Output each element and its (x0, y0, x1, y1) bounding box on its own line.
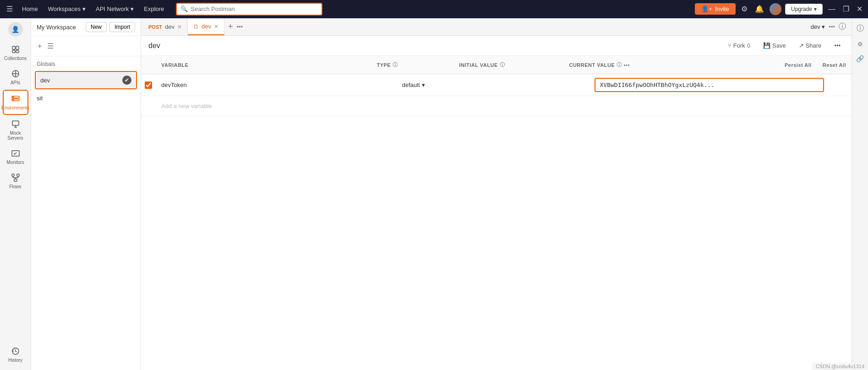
import-button[interactable]: Import (109, 22, 135, 32)
search-input[interactable] (191, 5, 318, 12)
right-icon-info[interactable]: ⓘ (855, 22, 866, 35)
invite-icon: 👤+ (701, 5, 712, 12)
row-reset-cell (841, 82, 852, 89)
notification-icon[interactable]: 🔔 (753, 4, 766, 14)
sidebar-item-mock-servers[interactable]: Mock Servers (3, 116, 28, 144)
env-panel: My Workspace New Import + ☰ Globals dev … (31, 18, 141, 370)
tab-post-dev[interactable]: POST dev ✕ (143, 18, 188, 35)
sidebar-item-environments[interactable]: Environments (3, 90, 28, 115)
close-button[interactable]: ✕ (855, 4, 864, 14)
apis-label: APIs (11, 80, 20, 85)
sidebar-item-collections[interactable]: Collections (3, 41, 28, 65)
tab-more-button[interactable]: ••• (236, 23, 243, 30)
right-icon-connect[interactable]: 🔗 (854, 53, 866, 64)
nav-home[interactable]: Home (17, 4, 43, 14)
history-label: History (8, 358, 22, 363)
environments-icon (11, 94, 20, 103)
filter-button[interactable]: ☰ (46, 41, 55, 51)
svg-rect-12 (17, 174, 19, 176)
env-panel-header: + ☰ (31, 36, 141, 56)
info-icon[interactable]: ⓘ (839, 22, 846, 32)
tab-dev[interactable]: 🗋 dev ✕ (188, 18, 224, 35)
row-persist-cell (830, 82, 841, 89)
col-persist[interactable]: Persist All (779, 60, 817, 70)
svg-rect-11 (12, 174, 14, 176)
row-type-cell[interactable]: default ▾ (397, 78, 479, 92)
invite-button[interactable]: 👤+ Invite (695, 3, 736, 15)
sidebar-item-monitors[interactable]: Monitors (3, 145, 28, 169)
collections-label: Collections (4, 56, 27, 61)
svg-rect-1 (16, 46, 19, 49)
menu-icon[interactable]: ☰ (4, 3, 16, 15)
env-item-dev-wrapper: dev ✔ (35, 71, 137, 89)
user-avatar[interactable]: 👤 (8, 22, 23, 37)
env-item-sit[interactable]: sit (31, 91, 141, 105)
col-reset[interactable]: Reset All (817, 60, 852, 70)
add-env-button[interactable]: + (37, 41, 43, 51)
row-initial-cell[interactable] (479, 82, 589, 89)
current-value-box[interactable]: XVBwDII66fpwOOhHTBhOYgxLzUQ4k... (595, 78, 824, 92)
avatar[interactable] (770, 3, 781, 15)
add-tab-button[interactable]: + (224, 22, 237, 32)
topbar: ☰ Home Workspaces ▾ API Network ▾ Explor… (0, 0, 868, 18)
sidebar-item-apis[interactable]: APIs (3, 65, 28, 89)
row-checkbox-cell[interactable] (141, 82, 156, 89)
tab-bar-more[interactable]: ••• (829, 23, 835, 30)
flows-icon (11, 173, 20, 182)
settings-icon[interactable]: ⚙ (739, 4, 749, 14)
topbar-nav: Home Workspaces ▾ API Network ▾ Explore (17, 4, 169, 14)
svg-rect-9 (12, 121, 19, 125)
share-button[interactable]: ↗ Share (795, 40, 825, 51)
right-icon-cookies[interactable]: ⚙ (856, 39, 865, 49)
workspace-header: My Workspace New Import (31, 18, 141, 36)
add-variable-row[interactable]: Add a new variable (141, 96, 852, 116)
save-button[interactable]: 💾 Save (759, 40, 790, 51)
sidebar-item-flows[interactable]: Flows (3, 169, 28, 193)
footer: CSDN @codu4u1314 (812, 363, 868, 370)
new-button[interactable]: New (86, 22, 107, 32)
env-actions: ⑂ Fork 0 💾 Save ↗ Share ••• (724, 40, 844, 51)
row-checkbox[interactable] (145, 82, 152, 89)
svg-rect-3 (16, 50, 19, 53)
nav-api-network[interactable]: API Network ▾ (91, 4, 138, 14)
add-checkbox-cell (141, 103, 156, 110)
tab-method-label: POST (148, 24, 162, 30)
right-icons: ⓘ ⚙ 🔗 (852, 18, 868, 370)
main-layout: 👤 Collections APIs (0, 18, 868, 370)
row-variable-cell[interactable]: devToken (156, 78, 397, 92)
nav-explore[interactable]: Explore (139, 4, 169, 14)
svg-rect-13 (14, 179, 17, 181)
table-row: devToken default ▾ XVBwDII66fpwOOhHTBhOY… (141, 74, 852, 96)
row-current-cell[interactable]: XVBwDII66fpwOOhHTBhOYgxLzUQ4k... (589, 74, 830, 96)
search-bar[interactable]: 🔍 (176, 3, 322, 16)
monitors-label: Monitors (6, 160, 24, 165)
mock-servers-icon (11, 120, 20, 129)
monitors-icon (11, 149, 20, 158)
maximize-button[interactable]: ❐ (841, 4, 851, 14)
col-check (141, 60, 156, 70)
col-initial: INITIAL VALUE ⓘ (453, 60, 563, 70)
table-header: VARIABLE TYPE ⓘ INITIAL VALUE ⓘ CURRENT … (141, 56, 852, 74)
fork-button[interactable]: ⑂ Fork 0 (724, 40, 754, 51)
apis-icon (11, 69, 20, 78)
topbar-actions: 👤+ Invite ⚙ 🔔 Upgrade ▾ — ❐ ✕ (695, 3, 864, 15)
environments-label: Environments (1, 105, 29, 110)
type-select[interactable]: default ▾ (402, 82, 474, 88)
nav-workspaces[interactable]: Workspaces ▾ (44, 4, 90, 14)
env-more-button[interactable]: ••• (830, 40, 844, 51)
add-variable-cell[interactable]: Add a new variable (156, 99, 397, 113)
env-table: VARIABLE TYPE ⓘ INITIAL VALUE ⓘ CURRENT … (141, 56, 852, 370)
env-item-dev[interactable]: dev ✔ (36, 72, 136, 88)
sidebar-item-history[interactable]: History (3, 343, 28, 366)
col-variable: VARIABLE (156, 60, 371, 70)
svg-point-8 (13, 99, 14, 100)
workspace-name: My Workspace (37, 24, 76, 31)
env-selector[interactable]: dev ▾ (811, 23, 825, 30)
upgrade-button[interactable]: Upgrade ▾ (785, 4, 823, 15)
minimize-button[interactable]: — (826, 4, 837, 14)
tab-bar: POST dev ✕ 🗋 dev ✕ + ••• dev ▾ ••• ⓘ (141, 18, 852, 36)
svg-rect-2 (12, 50, 15, 53)
sidebar-icons: 👤 Collections APIs (0, 18, 31, 370)
env-header: dev ⑂ Fork 0 💾 Save ↗ Share ••• (141, 36, 852, 56)
globals-section: Globals (31, 56, 141, 69)
